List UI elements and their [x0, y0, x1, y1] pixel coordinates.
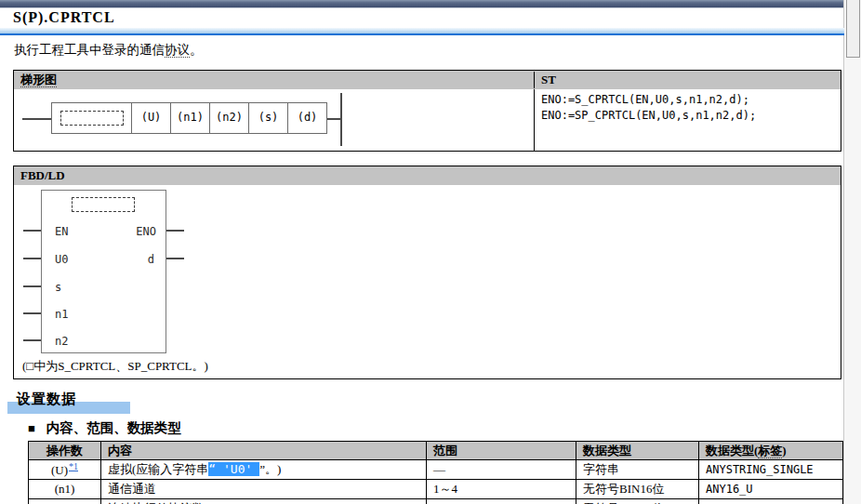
st-code-line-1: ENO:=S_CPRTCL(EN,U0,s,n1,n2,d);: [541, 92, 834, 108]
footnote-1-link[interactable]: *1: [69, 461, 78, 471]
ladder-instruction-boxes: (U) (n1) (n2) (s) (d): [51, 102, 327, 134]
description-period: 。: [190, 43, 203, 57]
instruction-placeholder-dashed-box: [60, 111, 124, 126]
fbd-ld-table: FBD/LD EN U0 s n1 n2 ENO d (□中为S_CPRTCL、…: [13, 166, 841, 379]
section-title-settings-data: 设置数据: [17, 391, 76, 408]
fbd-pin-u0: U0: [55, 253, 68, 266]
ladder-st-body-row: (U) (n1) (n2) (s) (d) ENO:=S_CPRTCL(EN,U…: [14, 89, 841, 151]
glossary-link-label[interactable]: 标签: [758, 444, 782, 458]
type-label-cell-n1: ANY16_U: [699, 480, 843, 499]
ladder-diagram-cell: (U) (n1) (n2) (s) (d): [14, 89, 535, 151]
operand-u-text: (U): [51, 463, 68, 477]
ladder-st-header-row: 梯形图 ST: [14, 71, 841, 89]
ladder-operand-n2: (n2): [210, 102, 249, 134]
ladder-diagram: (U) (n1) (n2) (s) (d): [14, 89, 534, 151]
table-row-operand-u: (U)*1 虚拟(应输入字符串“ 'U0' ”。) — 字符串 ANYSTRIN…: [29, 460, 843, 480]
content-u-highlighted-text: “ 'U0': [208, 462, 259, 476]
ladder-operand-n1: (n1): [171, 102, 210, 134]
fbd-pin-n1: n1: [55, 308, 68, 321]
ladder-right-lead-line: [327, 118, 341, 120]
fbd-stub-en: [23, 230, 41, 232]
operand-cell-n2: (n2): [29, 499, 101, 504]
type-cell-n2: 无符号BIN16位: [576, 499, 699, 504]
operand-cell-u: (U)*1: [29, 460, 101, 480]
col-header-range: 范围: [427, 442, 576, 460]
fbd-stub-d: [166, 258, 184, 259]
ladder-operand-s: (s): [249, 102, 288, 134]
ladder-diagram-link[interactable]: 梯形图: [20, 73, 57, 87]
ladder-left-lead-line: [22, 118, 51, 120]
content-u-suffix: ”。): [259, 462, 281, 476]
operand-table-header-row: 操作数 内容 范围 数据类型 数据类型(标签): [29, 442, 843, 460]
description-text: 执行工程工具中登录的通信: [14, 43, 165, 57]
st-code: ENO:=S_CPRTCL(EN,U0,s,n1,n2,d); ENO:=SP_…: [535, 89, 841, 126]
ladder-operand-d: (d): [288, 102, 327, 134]
range-cell-n2: 1～8: [427, 499, 576, 504]
operand-cell-n1: (n1): [29, 480, 101, 499]
fbd-instruction-placeholder-dashed-box: [72, 197, 135, 212]
fbd-pin-eno: ENO: [136, 225, 156, 238]
range-cell-u: —: [427, 460, 576, 480]
col-header-label-suffix: ): [782, 444, 786, 458]
type-cell-n1: 无符号BIN16位: [576, 480, 699, 499]
fbd-stub-u0: [23, 258, 41, 259]
scrollbar-thumb[interactable]: [846, 0, 860, 58]
fbd-stub-n2: [23, 339, 41, 341]
content-cell-n1: 通信通道: [101, 480, 427, 499]
fbd-pin-n2: n2: [55, 335, 68, 348]
subsection-heading: ■内容、范围、数据类型: [28, 419, 181, 437]
table-row-operand-n1: (n1) 通信通道 1～4 无符号BIN16位 ANY16_U: [29, 480, 843, 499]
square-bullet-icon: ■: [28, 421, 35, 435]
fbd-stub-s: [23, 285, 41, 287]
col-header-content: 内容: [101, 442, 427, 460]
fbd-stub-n1: [23, 312, 41, 314]
title-underline-rule: [0, 28, 844, 35]
content-cell-u: 虚拟(应输入字符串“ 'U0' ”。): [101, 460, 427, 480]
glossary-link-protocol[interactable]: 协议: [165, 43, 190, 58]
fbd-pin-en: EN: [55, 225, 68, 238]
ladder-instruction-name-box: [51, 102, 132, 134]
page-title: S(P).CPRTCL: [13, 9, 115, 26]
vertical-scrollbar[interactable]: [843, 0, 861, 504]
col-header-datatype: 数据类型: [576, 442, 699, 460]
fbd-ld-header-row: FBD/LD: [14, 166, 841, 185]
operand-settings-table: 操作数 内容 范围 数据类型 数据类型(标签) (U)*1 虚拟(应输入字符串“…: [28, 441, 843, 504]
ladder-header-cell: 梯形图: [14, 72, 535, 88]
subsection-title: 内容、范围、数据类型: [46, 420, 181, 435]
ladder-st-table: 梯形图 ST (U) (n1) (n2) (s) (d): [13, 70, 841, 152]
type-label-cell-n2: ANY16_U: [699, 499, 843, 504]
fbd-stub-eno: [166, 230, 184, 232]
fbd-note: (□中为S_CPRTCL、SP_CPRTCL。): [22, 358, 208, 375]
fbd-function-block: EN U0 s n1 n2 ENO d: [41, 190, 166, 353]
ladder-right-power-rail: [340, 93, 342, 146]
col-header-label-prefix: 数据类型(: [706, 444, 758, 458]
col-header-datatype-label: 数据类型(标签): [699, 442, 843, 460]
ladder-operand-u: (U): [132, 102, 171, 134]
fbd-ld-header-cell: FBD/LD: [14, 168, 65, 183]
table-row-operand-n2: (n2) 连续执行的协议数 1～8 无符号BIN16位 ANY16_U: [29, 499, 843, 504]
st-code-cell: ENO:=S_CPRTCL(EN,U0,s,n1,n2,d); ENO:=SP_…: [535, 89, 841, 151]
content-cell-n2: 连续执行的协议数: [101, 499, 427, 504]
type-label-cell-u: ANYSTRING_SINGLE: [699, 460, 843, 480]
fbd-pin-d: d: [148, 253, 154, 266]
col-header-operand: 操作数: [29, 442, 101, 460]
fbd-diagram-cell: EN U0 s n1 n2 ENO d (□中为S_CPRTCL、SP_CPRT…: [14, 185, 841, 378]
type-cell-u: 字符串: [576, 460, 699, 480]
range-cell-n1: 1～4: [427, 480, 576, 499]
st-code-line-2: ENO:=SP_CPRTCL(EN,U0,s,n1,n2,d);: [541, 108, 834, 124]
window-top-bar: [0, 0, 844, 8]
instruction-description: 执行工程工具中登录的通信协议。: [14, 42, 203, 59]
st-header-cell: ST: [535, 73, 841, 87]
fbd-pin-s: s: [55, 281, 61, 294]
content-u-prefix: 虚拟(应输入字符串: [108, 462, 208, 476]
